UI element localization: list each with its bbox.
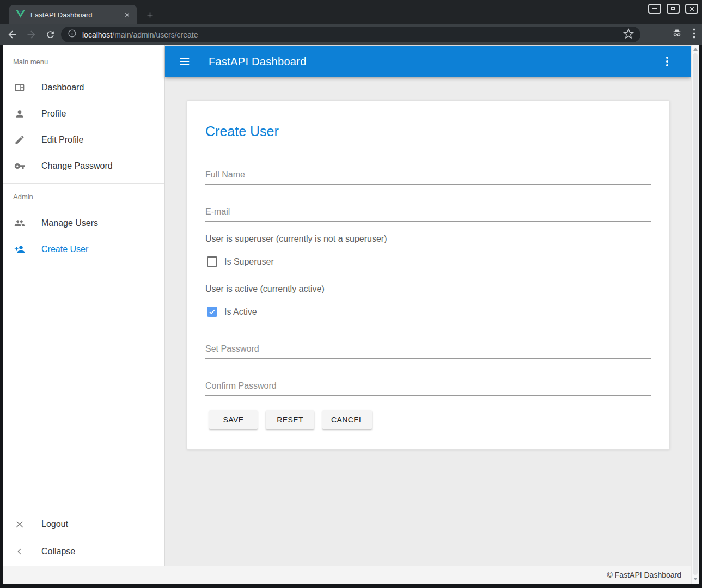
site-info-icon[interactable] xyxy=(68,29,77,40)
sidebar-item-label: Manage Users xyxy=(41,218,98,228)
browser-titlebar: FastAPI Dashboard xyxy=(0,0,702,24)
confirm-password-input[interactable] xyxy=(205,376,651,396)
hamburger-menu-icon[interactable] xyxy=(178,55,191,68)
close-x-icon xyxy=(13,519,26,529)
sidebar-section-main-menu: Main menu xyxy=(13,58,48,66)
new-tab-button[interactable] xyxy=(144,9,156,21)
cancel-button[interactable]: CANCEL xyxy=(322,410,372,429)
person-add-icon xyxy=(13,244,26,255)
tab-close-icon[interactable] xyxy=(123,10,132,20)
sidebar-item-manage-users[interactable]: Manage Users xyxy=(3,210,164,236)
back-button-icon[interactable] xyxy=(5,28,19,42)
is-superuser-checkbox[interactable]: Is Superuser xyxy=(207,256,274,267)
checkbox-checked-icon[interactable] xyxy=(207,307,217,317)
sidebar-item-label: Logout xyxy=(41,519,68,529)
footer-copyright: © FastAPI Dashboard xyxy=(607,571,681,579)
create-user-card: Create User User is superuser (currently… xyxy=(187,100,670,450)
app-title: FastAPI Dashboard xyxy=(209,56,307,68)
toolbar-right xyxy=(671,27,695,42)
forward-button-icon[interactable] xyxy=(24,28,38,42)
scrollbar-thumb[interactable] xyxy=(693,53,698,575)
checkbox-unchecked-icon[interactable] xyxy=(207,256,217,267)
address-bar[interactable]: localhost/main/admin/users/create xyxy=(61,27,640,42)
url-text: localhost/main/admin/users/create xyxy=(82,30,198,39)
scrollbar-down-arrow-icon[interactable] xyxy=(693,578,698,580)
key-icon xyxy=(13,161,26,171)
sidebar-item-profile[interactable]: Profile xyxy=(3,101,164,127)
sidebar-item-dashboard[interactable]: Dashboard xyxy=(3,75,164,101)
window-close-button[interactable] xyxy=(685,4,698,14)
window-controls xyxy=(648,4,698,14)
reset-button[interactable]: RESET xyxy=(266,410,314,429)
sidebar-item-collapse[interactable]: Collapse xyxy=(3,538,164,565)
app-menu-kebab-icon[interactable] xyxy=(661,55,674,68)
browser-toolbar: localhost/main/admin/users/create xyxy=(0,24,702,45)
people-icon xyxy=(13,218,26,229)
email-input[interactable] xyxy=(205,202,651,222)
sidebar-item-change-password[interactable]: Change Password xyxy=(3,153,164,179)
sidebar: Main menu Dashboard Profile Edit Profile… xyxy=(3,45,165,566)
dashboard-icon xyxy=(13,82,26,93)
app-bar: FastAPI Dashboard xyxy=(165,46,691,77)
url-host: localhost xyxy=(82,30,112,39)
bookmark-star-icon[interactable] xyxy=(623,28,634,41)
page-footer: © FastAPI Dashboard xyxy=(3,566,699,584)
url-path: /main/admin/users/create xyxy=(112,30,198,39)
checkbox-label: Is Active xyxy=(224,307,257,317)
page: Main menu Dashboard Profile Edit Profile… xyxy=(3,45,699,584)
checkbox-label: Is Superuser xyxy=(224,257,274,267)
window-minimize-button[interactable] xyxy=(648,4,661,14)
window-maximize-button[interactable] xyxy=(667,4,680,14)
sidebar-item-logout[interactable]: Logout xyxy=(3,511,164,537)
scrollbar-up-arrow-icon[interactable] xyxy=(693,48,698,51)
sidebar-item-edit-profile[interactable]: Edit Profile xyxy=(3,127,164,153)
refresh-button-icon[interactable] xyxy=(43,28,57,42)
set-password-input[interactable] xyxy=(205,339,651,359)
sidebar-divider xyxy=(3,183,164,184)
is-active-checkbox[interactable]: Is Active xyxy=(207,307,257,317)
sidebar-item-label: Profile xyxy=(41,109,66,119)
sidebar-item-label: Collapse xyxy=(41,547,75,556)
person-icon xyxy=(13,108,26,119)
chevron-left-icon xyxy=(13,547,26,556)
tab-title: FastAPI Dashboard xyxy=(30,11,123,19)
incognito-icon xyxy=(671,28,683,41)
sidebar-item-label: Dashboard xyxy=(41,83,84,93)
sidebar-item-create-user[interactable]: Create User xyxy=(3,236,164,262)
full-name-input[interactable] xyxy=(205,165,651,185)
browser-menu-icon[interactable] xyxy=(693,28,695,41)
vue-favicon-icon xyxy=(16,10,25,20)
sidebar-item-label: Create User xyxy=(41,244,88,254)
active-hint-text: User is active (currently active) xyxy=(205,284,325,294)
sidebar-item-label: Edit Profile xyxy=(41,135,83,145)
save-button[interactable]: SAVE xyxy=(209,410,258,429)
pencil-icon xyxy=(13,134,26,145)
form-buttons: SAVE RESET CANCEL xyxy=(209,410,372,429)
sidebar-item-label: Change Password xyxy=(41,161,113,171)
sidebar-section-admin: Admin xyxy=(13,193,33,201)
superuser-hint-text: User is superuser (currently is not a su… xyxy=(205,234,387,244)
browser-tab[interactable]: FastAPI Dashboard xyxy=(9,5,137,24)
vertical-scrollbar[interactable] xyxy=(691,45,699,584)
form-title: Create User xyxy=(205,124,279,139)
